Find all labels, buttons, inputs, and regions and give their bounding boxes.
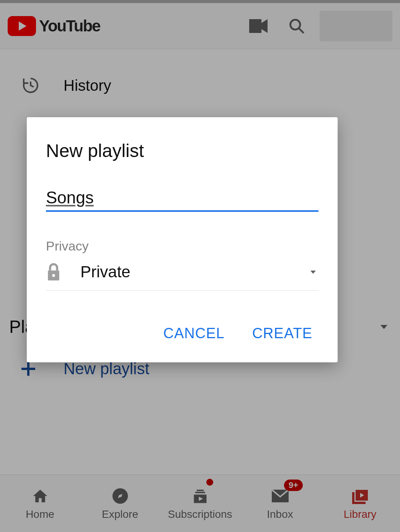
lock-icon [46, 263, 69, 281]
cancel-button[interactable]: CANCEL [161, 321, 227, 345]
privacy-value: Private [80, 263, 308, 281]
dialog-title: New playlist [46, 140, 318, 161]
dropdown-caret-icon [308, 267, 318, 277]
svg-point-17 [52, 274, 55, 277]
new-playlist-dialog: New playlist Privacy Private CANCEL CREA… [27, 117, 338, 362]
privacy-dropdown[interactable]: Private [46, 263, 318, 291]
privacy-label: Privacy [46, 239, 318, 254]
app-root: YouTube History Playlists New [0, 0, 400, 532]
create-button[interactable]: CREATE [250, 321, 315, 345]
svg-marker-18 [310, 271, 316, 274]
playlist-title-field[interactable] [46, 188, 318, 212]
dialog-actions: CANCEL CREATE [46, 321, 318, 345]
playlist-title-input[interactable] [46, 188, 318, 207]
